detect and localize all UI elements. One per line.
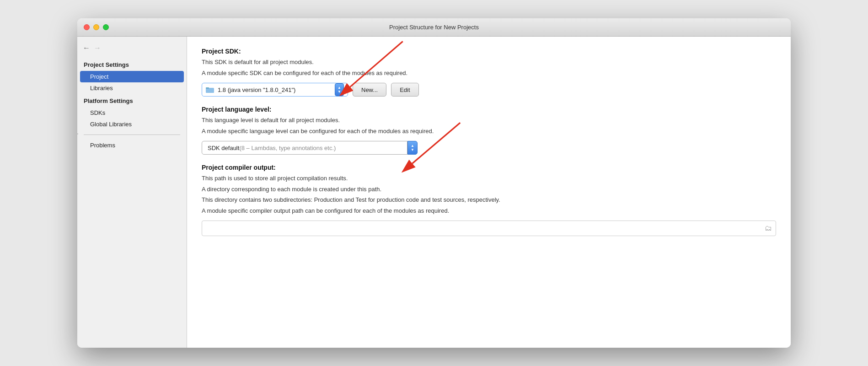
language-desc1: This language level is default for all p… bbox=[202, 116, 776, 125]
sdk-desc1: This SDK is default for all project modu… bbox=[202, 58, 776, 67]
compiler-section-title: Project compiler output: bbox=[202, 164, 776, 171]
lang-spinner-down-icon: ▼ bbox=[411, 148, 414, 152]
folder-icon bbox=[206, 86, 214, 93]
language-dropdown[interactable]: SDK default (8 – Lambdas, type annotatio… bbox=[202, 141, 407, 155]
sidebar-item-sdks[interactable]: SDKs bbox=[77, 107, 187, 118]
compiler-desc4: A module specific compiler output path c… bbox=[202, 206, 776, 215]
nav-back-arrow[interactable]: ← bbox=[83, 44, 90, 52]
compiler-desc1: This path is used to store all project c… bbox=[202, 174, 776, 183]
language-level-section: Project language level: This language le… bbox=[202, 106, 776, 155]
sidebar-item-problems[interactable]: Problems bbox=[77, 140, 187, 151]
sdk-dropdown[interactable]: 1.8 (java version "1.8.0_241") ▲ ▼ bbox=[202, 83, 348, 97]
sidebar-edge-partial: sol bbox=[77, 128, 79, 135]
language-section-title: Project language level: bbox=[202, 106, 776, 113]
body: sol ← → Project Settings Project Librari… bbox=[77, 37, 791, 348]
language-desc2: A module specific language level can be … bbox=[202, 127, 776, 136]
language-dropdown-value-gray: (8 – Lambdas, type annotations etc.) bbox=[239, 145, 336, 151]
sidebar-section-project-settings: Project Settings bbox=[77, 58, 187, 71]
svg-rect-1 bbox=[206, 87, 209, 89]
compiler-output-section: Project compiler output: This path is us… bbox=[202, 164, 776, 236]
spinner-down-icon: ▼ bbox=[338, 90, 341, 94]
sdk-desc2: A module specific SDK can be configured … bbox=[202, 69, 776, 78]
language-spinner[interactable]: ▲ ▼ bbox=[407, 141, 418, 155]
sidebar-item-project[interactable]: Project bbox=[80, 71, 184, 82]
sidebar-divider bbox=[84, 135, 180, 135]
sdk-spinner[interactable]: ▲ ▼ bbox=[335, 83, 344, 96]
new-sdk-button[interactable]: New... bbox=[353, 83, 386, 97]
sdk-row: 1.8 (java version "1.8.0_241") ▲ ▼ New..… bbox=[202, 83, 776, 97]
window-title: Project Structure for New Projects bbox=[389, 24, 479, 31]
main-content: Project SDK: This SDK is default for all… bbox=[187, 37, 791, 348]
compiler-output-input[interactable]: 🗂 bbox=[202, 221, 776, 236]
sdk-dropdown-value: 1.8 (java version "1.8.0_241") bbox=[218, 86, 331, 93]
browse-folder-icon: 🗂 bbox=[765, 224, 772, 232]
main-window: Project Structure for New Projects sol ←… bbox=[77, 18, 791, 348]
minimize-button[interactable] bbox=[93, 24, 99, 30]
sidebar: sol ← → Project Settings Project Librari… bbox=[77, 37, 187, 348]
sidebar-item-global-libraries[interactable]: Global Libraries bbox=[77, 118, 187, 130]
maximize-button[interactable] bbox=[103, 24, 109, 30]
sidebar-section-platform-settings: Platform Settings bbox=[77, 94, 187, 107]
nav-arrows: ← → bbox=[77, 41, 187, 58]
edit-sdk-button[interactable]: Edit bbox=[391, 83, 418, 97]
titlebar: Project Structure for New Projects bbox=[77, 18, 791, 37]
language-dropdown-value-bold: SDK default bbox=[208, 145, 239, 151]
lang-spinner-up-icon: ▲ bbox=[411, 144, 414, 148]
close-button[interactable] bbox=[84, 24, 90, 30]
sidebar-item-libraries[interactable]: Libraries bbox=[77, 82, 187, 94]
compiler-desc3: This directory contains two subdirectori… bbox=[202, 195, 776, 205]
nav-forward-arrow[interactable]: → bbox=[94, 44, 101, 52]
sdk-section: Project SDK: This SDK is default for all… bbox=[202, 48, 776, 97]
language-level-row: SDK default (8 – Lambdas, type annotatio… bbox=[202, 141, 776, 155]
sdk-section-title: Project SDK: bbox=[202, 48, 776, 55]
compiler-desc2: A directory corresponding to each module… bbox=[202, 185, 776, 194]
spinner-up-icon: ▲ bbox=[338, 86, 341, 90]
traffic-lights bbox=[84, 24, 109, 30]
